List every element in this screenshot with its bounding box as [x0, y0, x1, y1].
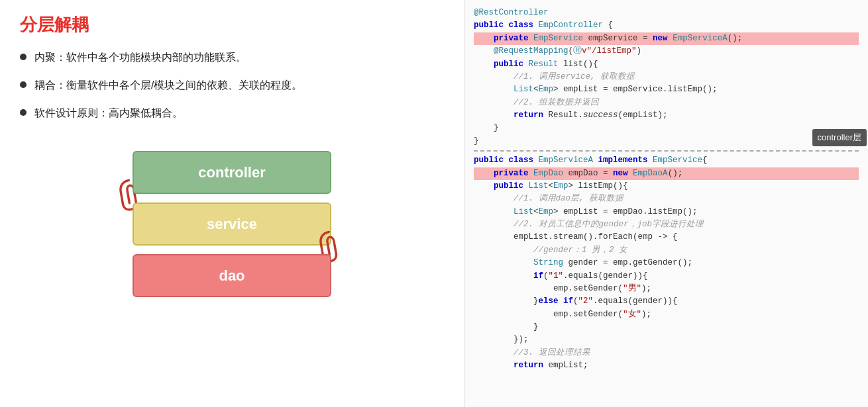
- layer-controller-label: controller: [198, 164, 265, 181]
- code-line: //3. 返回处理结果: [474, 347, 859, 359]
- code-line: String gender = emp.getGender();: [474, 257, 859, 269]
- layers-container: controller service dao: [119, 151, 345, 303]
- diagram-area: controller service dao: [20, 141, 444, 313]
- code-line: if("1".equals(gender)){: [474, 270, 859, 283]
- layer-service: service: [133, 203, 331, 246]
- code-line: @RequestMapping(Ⓡv"/listEmp"): [474, 45, 859, 58]
- code-line: List<Emp> empList = empDao.listEmp();: [474, 206, 859, 218]
- bullet-dot: [20, 109, 27, 116]
- code-line-highlight: private EmpDao empDao = new EmpDaoA();: [474, 167, 859, 180]
- page-title: 分层解耦: [20, 13, 444, 36]
- list-item: 内聚：软件中各个功能模块内部的功能联系。: [20, 50, 444, 66]
- left-panel: 分层解耦 内聚：软件中各个功能模块内部的功能联系。 耦合：衡量软件中各个层/模块…: [0, 0, 464, 407]
- code-line: }: [474, 135, 859, 148]
- code-block-1: @RestController public class EmpControll…: [474, 7, 859, 148]
- bullet-text-2: 耦合：衡量软件中各个层/模块之间的依赖、关联的程度。: [34, 77, 302, 93]
- layer-dao: dao: [133, 254, 331, 297]
- code-line: }: [474, 122, 859, 134]
- code-line: emp.setGender("女");: [474, 308, 859, 321]
- layer-controller: controller: [133, 151, 331, 194]
- code-line: emp.setGender("男");: [474, 283, 859, 295]
- layer-dao-label: dao: [219, 267, 244, 285]
- code-line: });: [474, 334, 859, 346]
- code-line: //gender：1 男，2 女: [474, 244, 859, 257]
- controller-badge: controller层: [812, 129, 867, 146]
- list-item: 软件设计原则：高内聚低耦合。: [20, 105, 444, 121]
- layer-service-label: service: [207, 216, 257, 233]
- bullet-list: 内聚：软件中各个功能模块内部的功能联系。 耦合：衡量软件中各个层/模块之间的依赖…: [20, 50, 444, 121]
- code-line: public class EmpServiceA implements EmpS…: [474, 154, 859, 167]
- code-block-2: public class EmpServiceA implements EmpS…: [474, 154, 859, 372]
- code-line: public class EmpController {: [474, 19, 859, 32]
- code-line: @RestController: [474, 7, 859, 19]
- code-line-highlight: private EmpService empService = new EmpS…: [474, 32, 859, 45]
- code-line: public List<Emp> listEmp(){: [474, 180, 859, 193]
- code-line: //2. 组装数据并返回: [474, 97, 859, 109]
- bullet-dot: [20, 81, 27, 88]
- code-line: //1. 调用service, 获取数据: [474, 71, 859, 83]
- bullet-text-3: 软件设计原则：高内聚低耦合。: [34, 105, 183, 121]
- code-line: }: [474, 321, 859, 334]
- code-line: empList.stream().forEach(emp -> {: [474, 231, 859, 244]
- code-line: public Result list(){: [474, 58, 859, 71]
- list-item: 耦合：衡量软件中各个层/模块之间的依赖、关联的程度。: [20, 77, 444, 93]
- right-panel: @RestController public class EmpControll…: [464, 0, 868, 407]
- code-line: List<Emp> empList = empService.listEmp()…: [474, 83, 859, 96]
- bullet-dot: [20, 54, 27, 60]
- code-line: return empList;: [474, 359, 859, 372]
- code-line: //2. 对员工信息中的gender，job字段进行处理: [474, 218, 859, 231]
- code-line: return Result.success(empList);: [474, 109, 859, 122]
- section-divider: [474, 150, 859, 152]
- code-line: //1. 调用dao层, 获取数据: [474, 193, 859, 205]
- bullet-text-1: 内聚：软件中各个功能模块内部的功能联系。: [34, 50, 246, 66]
- code-line: }else if("2".equals(gender)){: [474, 295, 859, 308]
